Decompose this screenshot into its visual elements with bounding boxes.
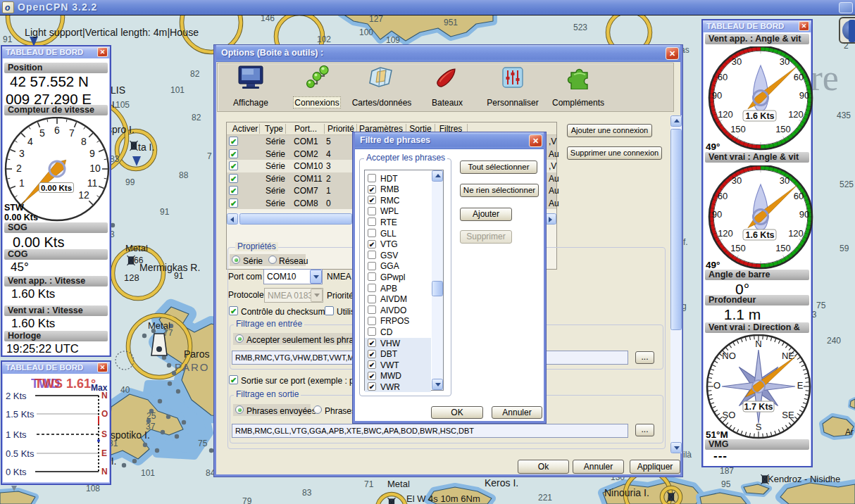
svg-text:90: 90 (712, 90, 722, 101)
svg-text:8: 8 (81, 136, 87, 147)
svg-text:150: 150 (730, 124, 746, 134)
svg-text:4: 4 (27, 136, 33, 147)
svg-text:1.6 Kts: 1.6 Kts (746, 230, 775, 240)
svg-text:12: 12 (78, 189, 89, 201)
svg-text:187: 187 (720, 466, 734, 476)
svg-text:82: 82 (192, 113, 201, 122)
svg-text:105: 105 (116, 100, 130, 110)
svg-text:240: 240 (827, 336, 841, 346)
svg-text:f.: f. (683, 237, 688, 247)
svg-text:90: 90 (799, 90, 809, 101)
svg-text:99: 99 (125, 177, 135, 187)
svg-text:523: 523 (573, 23, 587, 32)
svg-text:101: 101 (170, 85, 185, 95)
svg-text:79: 79 (242, 496, 252, 504)
svg-text:83: 83 (302, 488, 312, 498)
svg-text:O: O (713, 380, 720, 391)
svg-text:128: 128 (124, 272, 139, 283)
svg-text:N: N (755, 339, 761, 349)
svg-text:El W 4s 10m 6Nm: El W 4s 10m 6Nm (406, 493, 480, 504)
svg-text:SE: SE (782, 410, 794, 420)
svg-text:3: 3 (19, 148, 25, 159)
svg-text:30: 30 (780, 56, 790, 67)
svg-text:88: 88 (179, 170, 189, 180)
svg-text:82: 82 (190, 69, 200, 79)
svg-text:ilà: ilà (683, 450, 692, 460)
svg-text:7: 7 (69, 127, 75, 139)
svg-text:Paros: Paros (184, 348, 210, 360)
svg-text:525: 525 (840, 179, 854, 189)
svg-text:60: 60 (794, 191, 804, 201)
svg-text:951: 951 (444, 18, 458, 27)
svg-text:71: 71 (364, 479, 374, 489)
svg-text:Keros I.: Keros I. (485, 477, 518, 489)
svg-text:109: 109 (386, 35, 400, 45)
svg-text:Light support|Vertical length:: Light support|Vertical length: 4m|House (25, 27, 199, 38)
svg-text:75: 75 (198, 439, 208, 448)
svg-text:Metal: Metal (148, 320, 170, 331)
svg-text:5: 5 (39, 127, 45, 139)
svg-text:108: 108 (86, 484, 100, 493)
svg-text:66: 66 (134, 256, 144, 265)
svg-text:120: 120 (788, 109, 804, 120)
svg-text:Ar: Ar (845, 427, 854, 437)
svg-text:NE: NE (782, 351, 794, 361)
svg-text:Metal: Metal (125, 243, 148, 253)
svg-text:SO: SO (723, 410, 736, 420)
svg-text:I.: I. (112, 99, 117, 110)
svg-text:40: 40 (120, 385, 130, 395)
svg-text:91: 91 (3, 34, 13, 44)
svg-text:90: 90 (712, 209, 722, 220)
svg-text:espotiko I.: espotiko I. (105, 429, 150, 441)
svg-text:102: 102 (317, 34, 331, 44)
svg-text:ta I.: ta I. (138, 141, 154, 153)
svg-text:60: 60 (718, 72, 728, 82)
svg-text:2: 2 (16, 163, 22, 174)
svg-text:120: 120 (788, 228, 804, 239)
svg-text:221: 221 (538, 493, 552, 503)
svg-text:100: 100 (359, 27, 373, 37)
svg-text:1.6 Kts: 1.6 Kts (746, 111, 775, 121)
svg-text:59: 59 (840, 244, 849, 253)
svg-text:435: 435 (837, 111, 851, 120)
svg-text:9: 9 (89, 148, 95, 159)
svg-text:6: 6 (54, 125, 60, 136)
svg-text:95: 95 (721, 479, 731, 489)
svg-text:150: 150 (730, 243, 746, 253)
svg-text:101: 101 (141, 468, 155, 478)
svg-text:75: 75 (816, 301, 826, 310)
svg-text:Kendroz - Nisidhe: Kendroz - Nisidhe (768, 474, 840, 484)
svg-text:30: 30 (732, 175, 742, 186)
svg-text:7: 7 (207, 151, 212, 161)
svg-text:60: 60 (718, 191, 728, 201)
svg-text:150: 150 (775, 243, 791, 253)
svg-text:Mermigkas R.: Mermigkas R. (139, 262, 200, 273)
svg-text:Metal: Metal (387, 479, 410, 489)
svg-text:1.7 Kts: 1.7 Kts (744, 402, 773, 412)
svg-text:150: 150 (775, 124, 791, 134)
svg-text:91: 91 (174, 271, 184, 281)
svg-text:PARO: PARO (175, 361, 209, 373)
svg-text:120: 120 (718, 228, 733, 239)
svg-text:S: S (756, 422, 762, 432)
svg-text:90: 90 (799, 209, 809, 220)
svg-text:30: 30 (732, 56, 742, 67)
svg-text:E: E (797, 380, 804, 391)
svg-text:91: 91 (160, 207, 170, 217)
svg-text:11: 11 (87, 177, 98, 189)
svg-text:25: 25 (146, 411, 156, 421)
svg-text:LIS: LIS (111, 84, 125, 96)
svg-text:120: 120 (718, 109, 733, 120)
svg-text:60: 60 (794, 72, 804, 82)
svg-text:10: 10 (89, 163, 101, 174)
svg-text:127: 127 (369, 14, 383, 24)
svg-text:1: 1 (19, 177, 25, 189)
svg-text:Ninouria I.: Ninouria I. (604, 487, 649, 498)
svg-text:NO: NO (722, 351, 736, 361)
svg-text:30: 30 (780, 175, 790, 186)
